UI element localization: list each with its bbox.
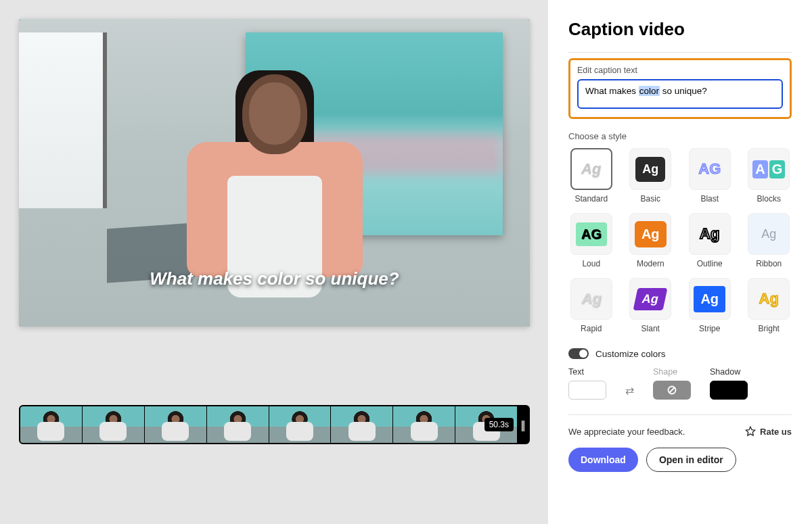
text-color-label: Text: [568, 367, 584, 377]
style-option-blocks[interactable]: AGBlocks: [746, 148, 792, 204]
feedback-row: We appreciate your feedback. Rate us: [568, 426, 792, 437]
divider: [568, 52, 792, 53]
video-frame: [19, 19, 530, 327]
style-option-standard[interactable]: AgStandard: [568, 148, 614, 204]
shape-color-label: Shape: [653, 367, 677, 377]
swap-colors-icon[interactable]: ⇄: [625, 384, 634, 397]
timeline[interactable]: 50.3s‖: [19, 405, 530, 444]
style-option-slant[interactable]: AgSlant: [628, 278, 674, 333]
panel-title: Caption video: [568, 19, 792, 40]
style-tile: Ag: [570, 278, 612, 320]
timeline-thumb[interactable]: [83, 406, 145, 443]
edit-caption-label: Edit caption text: [577, 66, 783, 75]
shadow-color-label: Shadow: [710, 367, 740, 377]
style-tile: Ag: [689, 213, 731, 255]
style-name-label: Standard: [574, 194, 608, 204]
timeline-thumb[interactable]: [207, 406, 269, 443]
style-option-blast[interactable]: AGBlast: [687, 148, 733, 204]
rate-us-label: Rate us: [760, 427, 792, 437]
timeline-thumb[interactable]: [145, 406, 207, 443]
timeline-thumb[interactable]: [393, 406, 455, 443]
style-option-rapid[interactable]: AgRapid: [568, 278, 614, 333]
style-option-basic[interactable]: AgBasic: [628, 148, 674, 204]
style-tile: AG: [689, 148, 731, 190]
timeline-end-handle[interactable]: ‖: [518, 406, 528, 443]
edit-caption-highlight: Edit caption text What makes color so un…: [568, 58, 792, 119]
shape-color-col: Shape: [653, 367, 691, 400]
download-button[interactable]: Download: [568, 448, 638, 472]
style-name-label: Loud: [582, 259, 600, 268]
customize-colors-toggle[interactable]: [568, 348, 589, 359]
rate-us-button[interactable]: Rate us: [745, 426, 792, 437]
svg-marker-2: [746, 427, 754, 435]
style-tile: Ag: [629, 278, 671, 320]
feedback-text: We appreciate your feedback.: [568, 427, 685, 437]
timeline-duration-badge: 50.3s: [484, 418, 514, 431]
style-option-stripe[interactable]: AgStripe: [687, 278, 733, 333]
shape-color-swatch[interactable]: [653, 381, 691, 400]
style-option-bright[interactable]: AgBright: [746, 278, 792, 333]
text-color-col: Text: [568, 367, 606, 400]
style-option-outline[interactable]: AgOutline: [687, 213, 733, 268]
choose-style-label: Choose a style: [568, 131, 792, 141]
style-option-modern[interactable]: AgModern: [628, 213, 674, 268]
no-color-icon: [667, 385, 677, 396]
preview-column: What makes color so unique? 50.3s‖: [0, 0, 548, 524]
caption-panel: Caption video Edit caption text What mak…: [548, 0, 812, 524]
style-option-loud[interactable]: AGLoud: [568, 213, 614, 268]
style-option-ribbon[interactable]: AgRibbon: [746, 213, 792, 268]
style-tile: Ag: [570, 148, 612, 190]
text-color-swatch[interactable]: [568, 381, 606, 400]
style-tile: Ag: [689, 278, 731, 320]
style-tile: AG: [570, 213, 612, 255]
style-name-label: Ribbon: [756, 259, 782, 268]
action-buttons: Download Open in editor: [568, 448, 792, 472]
shadow-color-swatch[interactable]: [710, 381, 748, 400]
timeline-thumb[interactable]: [331, 406, 393, 443]
open-in-editor-button[interactable]: Open in editor: [646, 448, 736, 472]
style-name-label: Outline: [697, 259, 723, 268]
style-name-label: Rapid: [581, 324, 602, 333]
style-tile: Ag: [748, 278, 790, 320]
timeline-thumb[interactable]: [269, 406, 332, 443]
style-name-label: Basic: [641, 194, 660, 204]
caption-text-input[interactable]: What makes color so unique?: [577, 79, 783, 109]
color-row: Text ⇄ Shape Shadow: [568, 367, 792, 400]
style-tile: Ag: [748, 213, 790, 255]
star-icon: [745, 426, 756, 437]
customize-colors-row: Customize colors: [568, 348, 792, 359]
style-tile: AG: [748, 148, 790, 190]
panel-footer: We appreciate your feedback. Rate us Dow…: [568, 414, 792, 472]
style-tile: Ag: [629, 148, 671, 190]
customize-colors-label: Customize colors: [595, 349, 666, 359]
svg-line-1: [669, 387, 675, 393]
shadow-color-col: Shadow: [710, 367, 748, 400]
style-name-label: Blast: [700, 194, 719, 204]
style-grid: AgStandardAgBasicAGBlastAGBlocksAGLoudAg…: [568, 148, 792, 333]
app-root: What makes color so unique? 50.3s‖ Capti…: [0, 0, 812, 524]
style-name-label: Modern: [637, 259, 664, 268]
style-name-label: Stripe: [699, 324, 720, 333]
style-name-label: Bright: [759, 324, 780, 333]
style-name-label: Blocks: [757, 194, 781, 204]
style-name-label: Slant: [641, 324, 660, 333]
video-preview[interactable]: What makes color so unique?: [19, 19, 530, 327]
timeline-thumb[interactable]: [20, 406, 83, 443]
style-tile: Ag: [629, 213, 671, 255]
